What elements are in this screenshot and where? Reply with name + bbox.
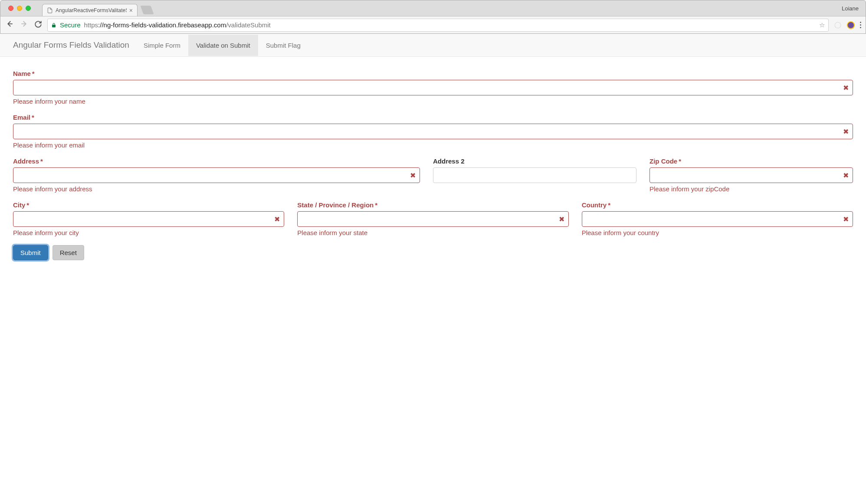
- url-text: https://ng-forms-fields-validation.fireb…: [84, 21, 271, 29]
- nav-validate-on-submit[interactable]: Validate on Submit: [188, 35, 258, 56]
- country-label: Country*: [582, 201, 853, 209]
- city-input[interactable]: [13, 211, 284, 227]
- email-error: Please inform your email: [13, 141, 853, 149]
- name-input[interactable]: [13, 80, 853, 95]
- zipcode-input[interactable]: [650, 167, 853, 183]
- zipcode-error: Please inform your zipCode: [650, 185, 853, 193]
- error-icon: ✖: [410, 171, 416, 180]
- file-icon: [47, 7, 53, 13]
- error-icon: ✖: [843, 84, 849, 92]
- lock-icon: [51, 22, 56, 28]
- error-icon: ✖: [843, 128, 849, 136]
- address-input[interactable]: [13, 167, 420, 183]
- tab-title: AngularReactiveFormsValitateS: [56, 7, 127, 13]
- navbar-brand[interactable]: Angular Forms Fields Validation: [7, 34, 136, 56]
- city-label: City*: [13, 201, 284, 209]
- country-input[interactable]: [582, 211, 853, 227]
- address-bar[interactable]: Secure https://ng-forms-fields-validatio…: [47, 19, 829, 32]
- country-error: Please inform your country: [582, 229, 853, 236]
- maximize-window-button[interactable]: [26, 6, 31, 11]
- city-group: City* ✖ Please inform your city: [13, 201, 284, 236]
- tab-strip: AngularReactiveFormsValitateS × Loiane: [0, 0, 866, 16]
- zipcode-label: Zip Code*: [650, 157, 853, 165]
- secure-label: Secure: [60, 21, 81, 29]
- email-label: Email*: [13, 114, 853, 121]
- window-controls: [5, 0, 34, 16]
- new-tab-button[interactable]: [140, 6, 154, 14]
- email-input[interactable]: [13, 124, 853, 139]
- minimize-window-button[interactable]: [17, 6, 22, 11]
- state-label: State / Province / Region*: [297, 201, 568, 209]
- address-error: Please inform your address: [13, 185, 420, 193]
- name-label: Name*: [13, 70, 853, 77]
- required-star: *: [375, 201, 377, 209]
- address2-input[interactable]: [433, 167, 636, 183]
- submit-button[interactable]: Submit: [13, 245, 48, 260]
- forward-button[interactable]: [20, 20, 29, 30]
- profile-name[interactable]: Loiane: [842, 5, 861, 12]
- close-tab-icon[interactable]: ×: [129, 7, 133, 14]
- error-icon: ✖: [843, 171, 849, 180]
- required-star: *: [608, 201, 610, 209]
- error-icon: ✖: [274, 215, 280, 223]
- nav-submit-flag[interactable]: Submit Flag: [258, 35, 308, 56]
- close-window-button[interactable]: [8, 6, 13, 11]
- error-icon: ✖: [559, 215, 564, 223]
- back-button[interactable]: [5, 20, 14, 30]
- address-label: Address*: [13, 157, 420, 165]
- state-input[interactable]: [297, 211, 568, 227]
- address-group: Address* ✖ Please inform your address: [13, 157, 420, 193]
- name-error: Please inform your name: [13, 98, 853, 105]
- browser-tab[interactable]: AngularReactiveFormsValitateS ×: [42, 4, 138, 16]
- name-group: Name* ✖ Please inform your name: [13, 70, 853, 105]
- browser-chrome: AngularReactiveFormsValitateS × Loiane S…: [0, 0, 866, 34]
- bookmark-star-icon[interactable]: ☆: [819, 21, 825, 29]
- zipcode-group: Zip Code* ✖ Please inform your zipCode: [650, 157, 853, 193]
- address2-group: Address 2: [433, 157, 636, 193]
- nav-simple-form[interactable]: Simple Form: [136, 35, 188, 56]
- error-icon: ✖: [843, 215, 849, 223]
- address2-label: Address 2: [433, 157, 636, 165]
- app-navbar: Angular Forms Fields Validation Simple F…: [0, 34, 866, 57]
- required-star: *: [26, 201, 29, 209]
- svg-point-2: [835, 22, 841, 28]
- city-error: Please inform your city: [13, 229, 284, 236]
- reset-button[interactable]: Reset: [52, 245, 84, 260]
- browser-toolbar: Secure https://ng-forms-fields-validatio…: [0, 16, 866, 33]
- browser-menu-button[interactable]: [860, 22, 861, 28]
- required-star: *: [679, 157, 681, 165]
- reload-button[interactable]: [34, 20, 42, 29]
- moon-extension-icon[interactable]: [847, 21, 855, 29]
- extension-icon[interactable]: [834, 21, 842, 29]
- required-star: *: [32, 70, 35, 77]
- state-group: State / Province / Region* ✖ Please info…: [297, 201, 568, 236]
- form-container: Name* ✖ Please inform your name Email* ✖…: [0, 57, 866, 273]
- email-group: Email* ✖ Please inform your email: [13, 114, 853, 149]
- required-star: *: [32, 114, 34, 121]
- state-error: Please inform your state: [297, 229, 568, 236]
- country-group: Country* ✖ Please inform your country: [582, 201, 853, 236]
- button-row: Submit Reset: [13, 245, 853, 260]
- required-star: *: [40, 157, 43, 165]
